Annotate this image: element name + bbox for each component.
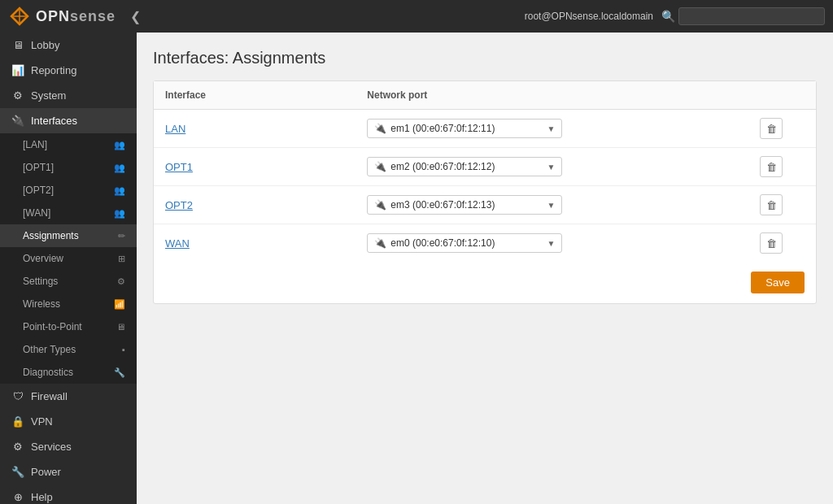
sidebar-item-label: Help: [31, 491, 125, 503]
assignments-icon: ✏: [118, 231, 125, 241]
sidebar-subitem-settings[interactable]: Settings ⚙: [0, 270, 137, 293]
port-select[interactable]: 🔌em1 (00:e0:67:0f:12:11)▼: [367, 119, 562, 138]
port-text: em3 (00:e0:67:0f:12:13): [390, 199, 495, 211]
sidebar-item-system[interactable]: ⚙ System: [0, 83, 137, 108]
assignments-card: Interface Network port LAN🔌em1 (00:e0:67…: [153, 80, 817, 304]
page-title: Interfaces: Assignments: [153, 49, 817, 67]
chevron-down-icon: ▼: [547, 239, 555, 248]
delete-button[interactable]: 🗑: [760, 232, 783, 254]
sidebar-item-label: Interfaces: [31, 115, 125, 127]
interfaces-icon: 🔌: [11, 115, 24, 127]
sidebar-subitem-point-to-point[interactable]: Point-to-Point 🖥: [0, 315, 137, 338]
sidebar-subitem-lan[interactable]: [LAN] 👥: [0, 133, 137, 156]
subitem-label: Assignments: [23, 230, 113, 241]
interface-cell: WAN: [154, 224, 355, 263]
navbar-right: root@OPNsense.localdomain 🔍: [525, 7, 825, 25]
port-icon: 🔌: [374, 199, 386, 211]
table-row: LAN🔌em1 (00:e0:67:0f:12:11)▼🗑: [154, 110, 816, 148]
network-port-cell: 🔌em0 (00:e0:67:0f:12:10)▼: [355, 224, 748, 263]
sidebar-subitem-opt1[interactable]: [OPT1] 👥: [0, 156, 137, 179]
port-left: 🔌em2 (00:e0:67:0f:12:12): [374, 161, 495, 172]
port-select[interactable]: 🔌em3 (00:e0:67:0f:12:13)▼: [367, 195, 562, 215]
interface-cell: LAN: [154, 110, 355, 148]
overview-icon: ⊞: [118, 254, 125, 264]
port-icon: 🔌: [374, 237, 386, 249]
settings-icon: ⚙: [117, 276, 125, 287]
layout: 🖥 Lobby 📊 Reporting ⚙ System 🔌 Interface…: [0, 33, 833, 504]
interface-link[interactable]: WAN: [165, 237, 190, 250]
sidebar-item-help[interactable]: ⊕ Help: [0, 484, 137, 504]
port-icon: 🔌: [374, 123, 386, 134]
opt1-icon: 👥: [114, 163, 125, 173]
user-display: root@OPNsense.localdomain: [525, 11, 653, 22]
sidebar-subitem-opt2[interactable]: [OPT2] 👥: [0, 179, 137, 202]
firewall-icon: 🛡: [11, 390, 24, 402]
delete-button[interactable]: 🗑: [760, 156, 783, 177]
sidebar-item-power[interactable]: 🔧 Power: [0, 459, 137, 484]
sidebar-subitem-assignments[interactable]: Assignments ✏: [0, 224, 137, 247]
sidebar-item-label: Services: [31, 441, 125, 453]
sidebar-subitem-other-types[interactable]: Other Types ▪: [0, 338, 137, 361]
search-input[interactable]: [678, 7, 825, 25]
sidebar-subitem-wan[interactable]: [WAN] 👥: [0, 202, 137, 224]
search-bar: 🔍: [661, 7, 825, 25]
sidebar: 🖥 Lobby 📊 Reporting ⚙ System 🔌 Interface…: [0, 33, 137, 504]
subitem-label: [LAN]: [23, 139, 109, 150]
sidebar-item-vpn[interactable]: 🔒 VPN: [0, 409, 137, 434]
delete-cell: 🗑: [748, 148, 816, 186]
network-port-cell: 🔌em3 (00:e0:67:0f:12:13)▼: [355, 186, 748, 224]
sidebar-item-reporting[interactable]: 📊 Reporting: [0, 58, 137, 83]
subitem-label: Diagnostics: [23, 367, 109, 378]
port-left: 🔌em3 (00:e0:67:0f:12:13): [374, 199, 495, 211]
subitem-label: Point-to-Point: [23, 321, 111, 332]
delete-button[interactable]: 🗑: [760, 194, 783, 215]
sidebar-item-label: VPN: [31, 415, 125, 428]
interface-link[interactable]: LAN: [165, 123, 185, 135]
sidebar-item-lobby[interactable]: 🖥 Lobby: [0, 33, 137, 58]
delete-button[interactable]: 🗑: [760, 118, 783, 139]
table-row: WAN🔌em0 (00:e0:67:0f:12:10)▼🗑: [154, 224, 816, 263]
sidebar-subitem-overview[interactable]: Overview ⊞: [0, 247, 137, 270]
chevron-down-icon: ▼: [547, 201, 555, 210]
sidebar-item-firewall[interactable]: 🛡 Firewall: [0, 384, 137, 409]
save-button[interactable]: Save: [751, 272, 805, 293]
power-icon: 🔧: [11, 466, 24, 478]
sidebar-item-services[interactable]: ⚙ Services: [0, 434, 137, 459]
help-icon: ⊕: [11, 491, 24, 503]
wan-icon: 👥: [114, 208, 125, 219]
subitem-label: [OPT2]: [23, 185, 109, 196]
port-select[interactable]: 🔌em2 (00:e0:67:0f:12:12)▼: [367, 157, 562, 176]
sidebar-item-label: Lobby: [31, 39, 125, 51]
interface-link[interactable]: OPT1: [165, 161, 193, 173]
sidebar-subitem-diagnostics[interactable]: Diagnostics 🔧: [0, 361, 137, 384]
interface-link[interactable]: OPT2: [165, 199, 193, 211]
p2p-icon: 🖥: [116, 322, 125, 332]
delete-cell: 🗑: [748, 110, 816, 148]
subitem-label: Settings: [23, 276, 112, 287]
logo-text: OPNsense: [36, 8, 116, 25]
port-text: em1 (00:e0:67:0f:12:11): [390, 123, 495, 134]
collapse-button[interactable]: ❮: [124, 6, 147, 28]
subitem-label: Wireless: [23, 298, 109, 310]
port-text: em0 (00:e0:67:0f:12:10): [390, 237, 495, 249]
subitem-label: Other Types: [23, 344, 117, 355]
sidebar-subitem-wireless[interactable]: Wireless 📶: [0, 293, 137, 315]
search-icon[interactable]: 🔍: [661, 10, 675, 23]
diagnostics-icon: 🔧: [114, 367, 125, 378]
port-icon: 🔌: [374, 161, 386, 172]
reporting-icon: 📊: [11, 64, 24, 76]
col-actions: [748, 81, 816, 110]
services-icon: ⚙: [11, 441, 24, 453]
table-row: OPT1🔌em2 (00:e0:67:0f:12:12)▼🗑: [154, 148, 816, 186]
network-port-cell: 🔌em1 (00:e0:67:0f:12:11)▼: [355, 110, 748, 148]
sidebar-item-interfaces[interactable]: 🔌 Interfaces: [0, 108, 137, 133]
save-row: Save: [154, 262, 816, 303]
port-left: 🔌em1 (00:e0:67:0f:12:11): [374, 123, 495, 134]
lobby-icon: 🖥: [11, 39, 24, 51]
main-content: Interfaces: Assignments Interface Networ…: [137, 33, 833, 504]
lan-icon: 👥: [114, 140, 125, 150]
opt2-icon: 👥: [114, 185, 125, 196]
sidebar-item-label: System: [31, 89, 125, 102]
interfaces-submenu: [LAN] 👥 [OPT1] 👥 [OPT2] 👥 [WAN] 👥 Assign…: [0, 133, 137, 384]
port-select[interactable]: 🔌em0 (00:e0:67:0f:12:10)▼: [367, 233, 562, 253]
